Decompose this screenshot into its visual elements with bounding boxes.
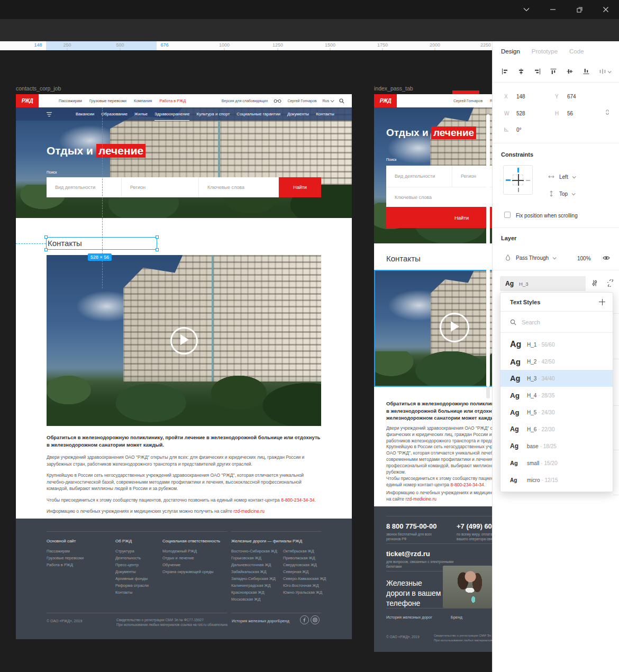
selected-video-highlight[interactable] xyxy=(374,270,492,387)
align-bottom-icon[interactable] xyxy=(582,68,590,75)
video-block[interactable] xyxy=(47,255,321,426)
keywords-field[interactable]: Ключевые слова xyxy=(386,187,492,207)
user-name[interactable]: Сергей Гончаров xyxy=(453,99,483,103)
tab-design[interactable]: Design xyxy=(501,48,520,55)
constraint-top-pin[interactable] xyxy=(517,168,519,172)
h-value[interactable]: 56 xyxy=(567,111,573,116)
facebook-icon[interactable] xyxy=(300,615,309,624)
blend-mode-select[interactable]: Pass Through xyxy=(504,254,556,261)
text-style-item[interactable]: Agbase18/25 xyxy=(500,438,613,455)
text-style-item[interactable]: AgH_622/30 xyxy=(500,421,613,438)
rzd-logo[interactable]: РЖД xyxy=(16,94,39,107)
footer-link[interactable]: Грузовые перевозки xyxy=(47,555,84,561)
frame-contacts-corp-job[interactable]: РЖД Пассажирам Грузовые перевозки Компан… xyxy=(16,94,352,639)
footer-link[interactable]: Калининградская ЖД xyxy=(231,582,276,589)
subnav-item[interactable]: Культура и спорт xyxy=(196,112,230,116)
eye-icon[interactable] xyxy=(603,255,610,261)
align-horizontal-center-icon[interactable] xyxy=(517,68,525,75)
scrollbar[interactable] xyxy=(486,108,490,398)
phone-number[interactable]: +7 (499) 605- xyxy=(457,522,492,530)
tab-code[interactable]: Code xyxy=(569,48,584,55)
subnav-item-active[interactable]: Здравоохранение xyxy=(154,112,189,116)
phone-number[interactable]: 8 800 775-00-00 xyxy=(386,522,436,530)
history-link[interactable]: История железных дорог xyxy=(386,615,432,620)
y-value[interactable]: 674 xyxy=(567,94,576,99)
brand-link[interactable]: Бренд xyxy=(451,615,462,620)
footer-link[interactable]: Горьковская ЖД xyxy=(231,555,276,561)
frame-label-right[interactable]: index_pass_tab xyxy=(374,85,413,92)
footer-link[interactable]: Забайкальская ЖД xyxy=(231,568,276,575)
footer-link[interactable]: Дальневосточная ЖД xyxy=(231,561,276,568)
align-left-icon[interactable] xyxy=(501,68,508,75)
history-link[interactable]: История железных дорог xyxy=(232,619,278,623)
region-field[interactable]: Регион xyxy=(122,177,199,197)
footer-link[interactable]: Северная ЖД xyxy=(283,568,326,575)
distribute-menu-icon[interactable] xyxy=(599,68,611,75)
text-style-item[interactable]: Agmicro12/15 xyxy=(500,471,613,488)
subnav-item[interactable]: Вакансии xyxy=(76,112,94,116)
user-name[interactable]: Сергей Гончаров xyxy=(287,99,316,103)
subnav-item[interactable]: Социальные гарантии xyxy=(236,112,280,116)
design-canvas[interactable]: contacts_corp_job index_pass_tab РЖД Пас… xyxy=(0,50,492,672)
hero-photo[interactable]: Отдых и лечение Поиск Вид деятельности Р… xyxy=(374,107,492,243)
nav-item[interactable]: Пассажирам xyxy=(59,98,82,103)
detach-style-icon[interactable] xyxy=(607,279,614,287)
play-button-icon[interactable] xyxy=(440,313,469,342)
subnav-item[interactable]: Контакты xyxy=(316,112,334,116)
email-link[interactable]: ticket@rzd.ru xyxy=(386,550,430,558)
footer-link[interactable]: Западно-Сибирская ЖД xyxy=(231,575,276,582)
phone-link[interactable]: 8-800-234-34-34 xyxy=(450,482,484,487)
accessibility-link[interactable]: Версия для слабовидящих xyxy=(222,99,268,103)
subnav-item[interactable]: Жилье xyxy=(134,112,148,116)
footer-link[interactable]: Реформа отрасли xyxy=(115,582,149,589)
add-style-icon[interactable] xyxy=(599,299,605,305)
close-icon[interactable] xyxy=(600,4,611,15)
footer-link[interactable]: Контакты xyxy=(115,589,149,596)
minimize-icon[interactable] xyxy=(548,4,558,15)
text-style-field[interactable]: Ag H_3 xyxy=(500,276,586,291)
x-value[interactable]: 148 xyxy=(516,94,525,99)
phone-link[interactable]: 8-800-234-34-34 xyxy=(281,497,314,503)
subnav-item[interactable]: Документы xyxy=(287,112,309,116)
search-icon[interactable] xyxy=(339,98,344,104)
footer-link[interactable]: Юго-Восточная ЖД xyxy=(283,582,326,589)
footer-link[interactable]: Молодежный РЖД xyxy=(162,548,220,555)
keywords-field[interactable]: Ключевые слова xyxy=(199,177,279,197)
footer-link[interactable]: Работа в РЖД xyxy=(47,561,84,568)
nav-item-active[interactable]: Работа в РЖД xyxy=(159,98,186,103)
rzd-logo[interactable]: РЖД xyxy=(374,94,397,107)
footer-link[interactable]: Отдых и лечение xyxy=(162,555,220,561)
vertical-constraint-select[interactable]: Top xyxy=(548,190,575,197)
activity-field[interactable]: Вид деятельности xyxy=(47,177,122,197)
style-search-input[interactable] xyxy=(522,319,596,325)
frame-index-pass-tab[interactable]: РЖД Сергей Гончаров Rus Отдых и лечение … xyxy=(374,94,492,652)
tab-prototype[interactable]: Prototype xyxy=(532,48,558,55)
instagram-icon[interactable] xyxy=(311,615,320,624)
rotation-value[interactable]: 0° xyxy=(516,127,522,133)
scrollbar-handle[interactable] xyxy=(486,114,490,387)
text-style-item[interactable]: AgH_524/30 xyxy=(500,404,613,421)
align-vertical-center-icon[interactable] xyxy=(566,68,574,75)
constraint-left-pin[interactable] xyxy=(506,179,511,181)
selection-handle[interactable] xyxy=(156,248,159,251)
footer-link[interactable]: Структура xyxy=(115,548,149,555)
text-style-item-selected[interactable]: AgH_334/40 xyxy=(500,370,613,387)
selection-handle[interactable] xyxy=(156,235,159,239)
subnav-item[interactable]: Образование xyxy=(101,112,128,116)
selection-handle[interactable] xyxy=(44,235,48,239)
fix-position-checkbox[interactable] xyxy=(504,212,511,218)
footer-link[interactable]: Московская ЖД xyxy=(231,596,276,603)
frame-label-left[interactable]: contacts_corp_job xyxy=(16,85,61,92)
play-button-icon[interactable] xyxy=(170,327,198,355)
footer-link[interactable]: Северо-Кавказская ЖД xyxy=(283,575,326,582)
footer-link[interactable]: Восточно-Сибирская ЖД xyxy=(231,548,276,555)
brand-link[interactable]: Бренд xyxy=(278,619,289,623)
w-value[interactable]: 528 xyxy=(516,111,525,116)
glasses-icon[interactable] xyxy=(274,99,281,103)
footer-link[interactable]: Документы xyxy=(115,568,149,575)
footer-link[interactable]: Приволжская ЖД xyxy=(283,555,326,561)
footer-link[interactable]: Пресс-центр xyxy=(115,561,149,568)
search-submit-button[interactable]: Найти xyxy=(279,177,321,197)
search-submit-button[interactable]: Найти xyxy=(386,207,492,228)
hamburger-icon[interactable] xyxy=(46,112,52,117)
